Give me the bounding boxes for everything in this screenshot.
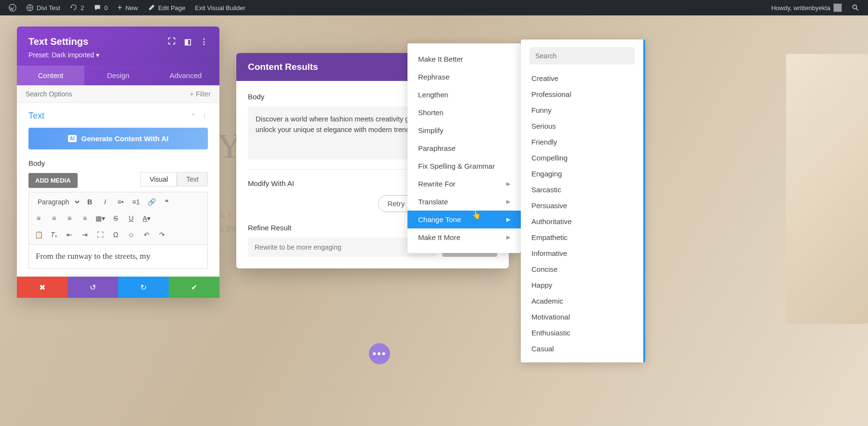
preset-dropdown[interactable]: Preset: Dark imported ▾ — [28, 51, 208, 59]
body-label: Body — [28, 159, 208, 167]
tone-item-compelling[interactable]: Compelling — [521, 150, 643, 166]
improve-item-make-it-better[interactable]: Make It Better — [407, 50, 521, 68]
omega-icon[interactable]: Ω — [109, 228, 122, 241]
tone-item-academic[interactable]: Academic — [521, 293, 643, 309]
improve-item-lengthen[interactable]: Lengthen — [407, 86, 521, 104]
paste-icon[interactable]: 📋 — [32, 228, 45, 241]
clear-format-icon[interactable]: Tₓ — [47, 228, 61, 241]
improve-menu: Make It BetterRephraseLengthenShortenSim… — [407, 43, 521, 253]
text-color-icon[interactable]: A▾ — [140, 212, 153, 225]
outdent-icon[interactable]: ⇤ — [63, 228, 76, 241]
tone-item-motivational[interactable]: Motivational — [521, 309, 643, 325]
improve-item-change-tone[interactable]: Change Tone▶ — [407, 211, 521, 228]
paragraph-select[interactable]: Paragraph — [32, 196, 81, 208]
redo-toolbar-icon[interactable]: ↷ — [155, 228, 169, 241]
filter-button[interactable]: +Filter — [190, 90, 211, 98]
wp-admin-bar: Divi Test 2 0 +New Edit Page Exit Visual… — [0, 0, 868, 15]
add-media-button[interactable]: ADD MEDIA — [28, 173, 78, 188]
align-justify-icon[interactable]: ≡ — [78, 212, 92, 225]
improve-item-fix-spelling-grammar[interactable]: Fix Spelling & Grammar — [407, 157, 521, 175]
improve-item-rewrite-for[interactable]: Rewrite For▶ — [407, 175, 521, 193]
tone-item-empathetic[interactable]: Empathetic — [521, 229, 643, 245]
fullscreen-icon[interactable]: ⛶ — [94, 228, 107, 241]
tone-item-casual[interactable]: Casual — [521, 341, 643, 357]
section-more-icon[interactable]: ⋮ — [201, 112, 208, 120]
tone-item-informative[interactable]: Informative — [521, 245, 643, 261]
tone-item-serious[interactable]: Serious — [521, 118, 643, 134]
improve-item-paraphrase[interactable]: Paraphrase — [407, 139, 521, 157]
bg-right-panel — [786, 54, 868, 324]
edit-page[interactable]: Edit Page — [143, 0, 190, 15]
bg-subtext: s, rs the — [219, 208, 238, 236]
tone-item-creative[interactable]: Creative — [521, 70, 643, 86]
link-icon[interactable]: 🔗 — [145, 195, 158, 209]
improve-item-make-it-more[interactable]: Make It More▶ — [407, 228, 521, 246]
more-icon[interactable]: ⋮ — [200, 37, 208, 46]
underline-icon[interactable]: U — [124, 212, 138, 225]
strikethrough-icon[interactable]: S — [109, 212, 122, 225]
svg-point-2 — [853, 5, 856, 9]
tab-advanced[interactable]: Advanced — [152, 66, 219, 85]
number-list-icon[interactable]: ≡1 — [129, 195, 143, 209]
redo-button[interactable]: ↻ — [118, 277, 169, 298]
expand-icon[interactable]: ⛶ — [168, 37, 176, 46]
exit-visual-builder[interactable]: Exit Visual Builder — [190, 0, 250, 15]
italic-icon[interactable]: I — [98, 195, 112, 209]
generate-content-ai-button[interactable]: AI Generate Content With AI — [28, 128, 208, 149]
search-icon[interactable] — [847, 0, 864, 15]
tone-item-professional[interactable]: Professional — [521, 86, 643, 102]
tone-item-engaging[interactable]: Engaging — [521, 166, 643, 182]
tone-item-happy[interactable]: Happy — [521, 277, 643, 293]
improve-item-translate[interactable]: Translate▶ — [407, 193, 521, 211]
wp-logo[interactable] — [4, 0, 21, 15]
editor-tab-text[interactable]: Text — [177, 172, 208, 186]
chevron-up-icon: ⌃ — [190, 112, 196, 120]
tab-content[interactable]: Content — [17, 66, 84, 85]
ai-badge-icon: AI — [68, 135, 77, 142]
tone-item-persuasive[interactable]: Persuasive — [521, 198, 643, 213]
search-options-input[interactable] — [26, 90, 190, 98]
improve-item-simplify[interactable]: Simplify — [407, 121, 521, 139]
text-section-toggle[interactable]: Text ⌃⋮ — [28, 111, 208, 121]
cancel-button[interactable]: ✖ — [17, 277, 68, 298]
editor-toolbar: Paragraph B I ≡• ≡1 🔗 ❝ ≡ ≡ ≡ ≡ ▦▾ S U A… — [28, 192, 208, 245]
align-left-icon[interactable]: ≡ — [32, 212, 45, 225]
editor-content[interactable]: From the runway to the streets, my — [28, 245, 208, 269]
snap-icon[interactable]: ◧ — [184, 37, 191, 46]
align-right-icon[interactable]: ≡ — [63, 212, 76, 225]
indent-icon[interactable]: ⇥ — [78, 228, 92, 241]
tone-submenu: CreativeProfessionalFunnySeriousFriendly… — [521, 40, 645, 362]
comments[interactable]: 0 — [89, 0, 112, 15]
tone-item-authoritative[interactable]: Authoritative — [521, 213, 643, 229]
tab-design[interactable]: Design — [84, 66, 152, 85]
emoji-icon[interactable]: ☺ — [124, 228, 138, 241]
undo-toolbar-icon[interactable]: ↶ — [140, 228, 153, 241]
align-center-icon[interactable]: ≡ — [47, 212, 61, 225]
tone-search-input[interactable] — [529, 47, 635, 65]
save-button[interactable]: ✔ — [169, 277, 219, 298]
improve-item-rephrase[interactable]: Rephrase — [407, 68, 521, 86]
quote-icon[interactable]: ❝ — [160, 195, 174, 209]
tone-item-concise[interactable]: Concise — [521, 261, 643, 277]
tone-item-enthusiastic[interactable]: Enthusiastic — [521, 325, 643, 341]
tone-item-friendly[interactable]: Friendly — [521, 134, 643, 150]
tone-item-funny[interactable]: Funny — [521, 102, 643, 118]
bold-icon[interactable]: B — [83, 195, 96, 209]
howdy-user[interactable]: Howdy, writtenbyekta — [766, 0, 847, 15]
updates[interactable]: 2 — [65, 0, 89, 15]
avatar — [833, 3, 842, 12]
panel-title: Text Settings — [28, 36, 88, 47]
new-button[interactable]: +New — [112, 0, 143, 15]
editor-tab-visual[interactable]: Visual — [140, 172, 177, 186]
improve-item-shorten[interactable]: Shorten — [407, 104, 521, 121]
tone-item-sarcastic[interactable]: Sarcastic — [521, 182, 643, 198]
divi-fab-button[interactable]: ••• — [369, 343, 390, 364]
bullet-list-icon[interactable]: ≡• — [114, 195, 127, 209]
table-icon[interactable]: ▦▾ — [94, 212, 107, 225]
undo-button[interactable]: ↺ — [68, 277, 118, 298]
site-name[interactable]: Divi Test — [21, 0, 65, 15]
text-settings-panel: Text Settings ⛶ ◧ ⋮ Preset: Dark importe… — [17, 27, 219, 298]
